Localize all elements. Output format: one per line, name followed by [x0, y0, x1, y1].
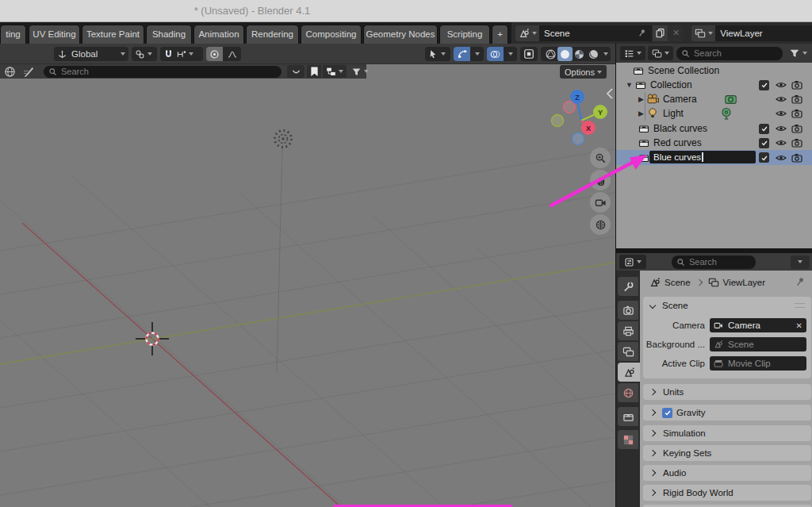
- background-scene-field[interactable]: Scene: [710, 337, 806, 351]
- bookmark-button[interactable]: [307, 65, 321, 78]
- properties-search-input[interactable]: [672, 255, 756, 269]
- viewport-search-input[interactable]: [44, 66, 282, 78]
- render-visibility-toggle[interactable]: [791, 137, 802, 148]
- outliner-row-blue-curves[interactable]: Blue curves: [616, 150, 812, 165]
- tab-output[interactable]: [618, 321, 638, 340]
- hide-eye-toggle[interactable]: [776, 79, 787, 90]
- scene-icon[interactable]: [515, 25, 539, 41]
- tab-view-layer[interactable]: [618, 342, 638, 361]
- tab-animation[interactable]: Animation: [193, 25, 244, 44]
- tab-rendering[interactable]: Rendering: [246, 25, 299, 44]
- properties-options-dropdown[interactable]: [791, 255, 810, 269]
- light-data-badge[interactable]: [720, 107, 733, 120]
- section-gravity[interactable]: Gravity: [643, 405, 811, 421]
- tab-scene[interactable]: [618, 363, 640, 382]
- tab-shading[interactable]: Shading: [146, 25, 192, 44]
- section-simulation[interactable]: Simulation: [643, 425, 811, 441]
- breadcrumb-scene[interactable]: Scene: [665, 278, 691, 287]
- navigation-gizmo[interactable]: Z Y X: [546, 83, 612, 156]
- breadcrumb-viewlayer[interactable]: ViewLayer: [723, 278, 766, 287]
- hide-eye-toggle[interactable]: [776, 123, 787, 134]
- collection-exclude-checkbox[interactable]: [759, 124, 769, 134]
- panel-drag-handle[interactable]: [795, 303, 805, 308]
- viewport-3d[interactable]: [0, 64, 615, 507]
- snap-pivot-dropdown[interactable]: [132, 47, 157, 61]
- globe-icon[interactable]: [4, 66, 16, 78]
- render-visibility-toggle[interactable]: [791, 79, 802, 90]
- collection-exclude-checkbox[interactable]: [759, 138, 769, 148]
- gizmos-dropdown[interactable]: [454, 47, 484, 61]
- hide-eye-toggle[interactable]: [776, 94, 787, 105]
- collection-rename-input[interactable]: Blue curves: [649, 151, 756, 163]
- outliner-row-collection[interactable]: ▼ Collection: [616, 78, 812, 92]
- tab-render[interactable]: [618, 301, 638, 320]
- viewlayer-name-field[interactable]: ViewLayer: [715, 25, 812, 41]
- section-units[interactable]: Units: [643, 384, 811, 400]
- outliner-row-light[interactable]: ▶ Light: [616, 106, 812, 121]
- expand-arrow-down[interactable]: ▼: [626, 81, 633, 89]
- add-workspace-button[interactable]: +: [492, 25, 508, 44]
- expand-arrow-right[interactable]: ▶: [638, 95, 644, 103]
- pin-icon[interactable]: [792, 274, 807, 289]
- render-visibility-toggle[interactable]: [791, 123, 802, 134]
- tab-texture[interactable]: [618, 430, 638, 449]
- shading-wireframe-button[interactable]: [543, 48, 557, 60]
- clear-camera-button[interactable]: ✕: [796, 321, 802, 330]
- new-scene-button[interactable]: [653, 25, 668, 41]
- section-rigid-body-world[interactable]: Rigid Body World: [643, 485, 811, 501]
- xray-toggle[interactable]: [520, 47, 538, 61]
- render-visibility-toggle[interactable]: [791, 152, 802, 163]
- filter-dropdown[interactable]: [350, 65, 370, 78]
- tab-tool[interactable]: [618, 277, 638, 296]
- section-audio[interactable]: Audio: [643, 465, 811, 481]
- tab-uv-editing[interactable]: UV Editing: [29, 25, 80, 44]
- selectability-dropdown[interactable]: [425, 47, 450, 61]
- section-keying-sets[interactable]: Keying Sets: [643, 445, 811, 461]
- proportional-falloff-dropdown[interactable]: [223, 47, 241, 61]
- outliner-row-red-curves[interactable]: Red curves: [616, 136, 812, 150]
- pan-button[interactable]: [590, 170, 611, 190]
- outliner-filter-dropdown[interactable]: [786, 46, 810, 60]
- proportional-edit-toggle[interactable]: [206, 47, 223, 61]
- outliner-search-input[interactable]: [676, 47, 783, 60]
- shading-material-button[interactable]: [573, 48, 587, 60]
- outliner-display-mode-dropdown[interactable]: [620, 46, 645, 60]
- tab-compositing[interactable]: Compositing: [301, 25, 362, 44]
- scene-selector[interactable]: Scene ✕: [515, 25, 684, 41]
- tab-texture-paint[interactable]: Texture Paint: [82, 25, 144, 44]
- overlays-dropdown[interactable]: [487, 47, 517, 61]
- gravity-checkbox[interactable]: [662, 408, 672, 418]
- hide-eye-toggle[interactable]: [776, 152, 787, 163]
- options-dropdown[interactable]: Options: [560, 65, 607, 79]
- brush-icon[interactable]: [23, 66, 35, 78]
- outliner-row-scene-collection[interactable]: Scene Collection: [616, 63, 812, 78]
- outliner-row-camera[interactable]: ▶ Camera: [616, 92, 812, 106]
- render-visibility-toggle[interactable]: [791, 108, 802, 119]
- tab-geometry-nodes[interactable]: Geometry Nodes: [363, 25, 438, 44]
- ortho-toggle-button[interactable]: [590, 214, 611, 235]
- tab-world[interactable]: [618, 383, 638, 402]
- render-visibility-toggle[interactable]: [791, 94, 802, 105]
- hide-eye-toggle[interactable]: [776, 137, 787, 148]
- hide-eye-toggle[interactable]: [776, 108, 787, 119]
- viewlayer-selector[interactable]: ViewLayer ✕: [691, 25, 812, 41]
- unlink-scene-button[interactable]: ✕: [668, 25, 684, 41]
- scene-panel-header[interactable]: Scene: [643, 297, 811, 313]
- outliner-filter-image-dropdown[interactable]: [648, 46, 673, 60]
- active-clip-field[interactable]: Movie Clip: [710, 356, 806, 371]
- shading-solid-button[interactable]: [557, 47, 572, 61]
- collection-exclude-checkbox[interactable]: [759, 152, 769, 163]
- editor-type-dropdown[interactable]: [619, 255, 646, 269]
- outliner-row-black-curves[interactable]: Black curves: [616, 121, 812, 136]
- transform-orientation-dropdown[interactable]: Global: [54, 47, 128, 61]
- snap-toggle-group[interactable]: [160, 47, 203, 61]
- camera-view-button[interactable]: [590, 192, 611, 213]
- tab-collection[interactable]: [618, 407, 638, 426]
- hierarchy-dropdown[interactable]: [323, 65, 347, 78]
- expand-arrow-right[interactable]: ▶: [638, 109, 644, 117]
- zoom-button[interactable]: [590, 148, 611, 168]
- scene-camera-field[interactable]: Camera ✕: [710, 318, 806, 332]
- collection-exclude-checkbox[interactable]: [759, 80, 769, 90]
- camera-data-badge[interactable]: [724, 94, 737, 106]
- smile-arc-button[interactable]: [287, 65, 304, 78]
